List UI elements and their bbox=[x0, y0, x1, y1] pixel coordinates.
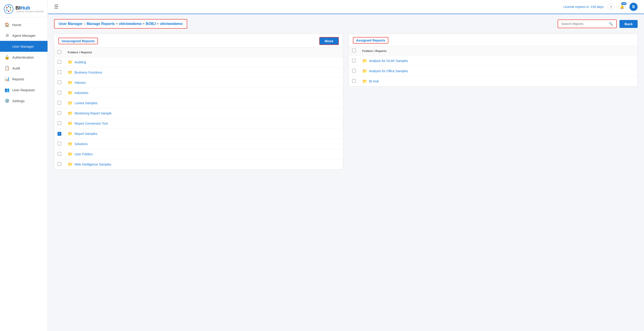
assigned-folder-icon-0: 📁 bbox=[362, 58, 367, 63]
topbar: ☰ License expires in: 216 days ? 🔔 100 B bbox=[48, 0, 644, 14]
unassigned-cb-cell-10 bbox=[54, 159, 64, 170]
license-text: License expires in: 216 days bbox=[563, 5, 604, 9]
avatar[interactable]: B bbox=[630, 3, 638, 11]
unassigned-name-cell-0: 📁 Auditing bbox=[64, 57, 343, 67]
unassigned-checkbox-10[interactable] bbox=[58, 162, 61, 166]
assigned-checkbox-0[interactable] bbox=[352, 58, 356, 62]
breadcrumb-vbiviewdemo-2: vbiviewdemo bbox=[160, 22, 182, 26]
unassigned-report-name-7[interactable]: Report Samples bbox=[74, 132, 97, 136]
assigned-report-name-1[interactable]: Analysis for Office Samples bbox=[369, 69, 408, 73]
topbar-left: ☰ bbox=[54, 4, 59, 10]
unassigned-report-name-4[interactable]: Lumira Samples bbox=[74, 101, 98, 105]
assigned-cb-cell-1 bbox=[349, 66, 359, 76]
unassigned-name-cell-1: 📁 Business Functions bbox=[64, 67, 343, 78]
unassigned-table: Folders / Reports 📁 Auditing bbox=[54, 47, 343, 169]
unassigned-report-name-8[interactable]: Solutions bbox=[74, 142, 88, 146]
unassigned-checkbox-4[interactable] bbox=[58, 101, 61, 105]
table-row: 📁 Business Functions bbox=[54, 67, 343, 78]
unassigned-report-name-10[interactable]: Web Intelligence Samples bbox=[74, 163, 111, 166]
back-button[interactable]: Back bbox=[620, 20, 638, 28]
table-row: 📁 Report Samples bbox=[54, 129, 343, 139]
unassigned-cb-cell-2 bbox=[54, 78, 64, 88]
sidebar-item-agent-manager[interactable]: 🖥 Agent Manager bbox=[0, 30, 48, 41]
unassigned-checkbox-5[interactable] bbox=[58, 111, 61, 115]
unassigned-checkbox-6[interactable] bbox=[58, 121, 61, 125]
unassigned-checkbox-9[interactable] bbox=[58, 152, 61, 156]
assigned-name-cell-2: 📁 BI Hub bbox=[359, 76, 638, 86]
assigned-col-name: Folders / Reports bbox=[359, 46, 638, 56]
unassigned-cb-cell-3 bbox=[54, 88, 64, 98]
unassigned-cb-cell-8 bbox=[54, 139, 64, 149]
table-row: 📁 Analysis for OLAP Samples bbox=[349, 56, 638, 66]
breadcrumb-sep-3: • bbox=[157, 22, 158, 26]
select-all-unassigned[interactable] bbox=[58, 50, 61, 54]
breadcrumb-vbiviewdemo-1: vbiviewdemo bbox=[119, 22, 142, 26]
unassigned-checkbox-0[interactable] bbox=[58, 60, 61, 64]
svg-line-10 bbox=[9, 10, 10, 11]
unassigned-checkbox-1[interactable] bbox=[58, 70, 61, 74]
unassigned-report-name-1[interactable]: Business Functions bbox=[74, 71, 102, 74]
unassigned-report-name-0[interactable]: Auditing bbox=[74, 60, 86, 64]
unassigned-panel-header: Unassigned Reports Move bbox=[54, 34, 343, 47]
sidebar-item-user-requests[interactable]: 👥 User Requests bbox=[0, 84, 48, 95]
assigned-report-name-2[interactable]: BI Hub bbox=[369, 79, 379, 83]
help-button[interactable]: ? bbox=[608, 3, 614, 10]
assigned-header-row: Folders / Reports bbox=[349, 46, 638, 56]
unassigned-cb-cell-5 bbox=[54, 108, 64, 118]
assigned-checkbox-1[interactable] bbox=[352, 69, 356, 73]
unassigned-report-name-3[interactable]: Industries bbox=[74, 91, 88, 95]
table-row: 📁 Inboxes bbox=[54, 78, 343, 88]
unassigned-name-cell-10: 📁 Web Intelligence Samples bbox=[64, 159, 343, 170]
home-icon: 🏠 bbox=[4, 22, 10, 27]
unassigned-name-cell-8: 📁 Solutions bbox=[64, 139, 343, 149]
agent-manager-icon: 🖥 bbox=[4, 33, 10, 38]
unassigned-report-name-5[interactable]: Monitoring Report Sample bbox=[74, 111, 112, 115]
unassigned-report-name-9[interactable]: User Folders bbox=[74, 152, 93, 156]
question-icon: ? bbox=[610, 5, 612, 9]
sidebar-item-reports[interactable]: 📊 Reports bbox=[0, 73, 48, 84]
bell-icon: 🔔 bbox=[620, 5, 624, 9]
folder-icon-6: 📁 bbox=[68, 121, 73, 126]
avatar-letter: B bbox=[632, 5, 635, 9]
audit-icon: 📋 bbox=[4, 66, 10, 71]
sidebar-item-user-requests-label: User Requests bbox=[12, 88, 35, 92]
breadcrumb-bobj: BOBJ bbox=[146, 22, 156, 26]
hamburger-icon[interactable]: ☰ bbox=[54, 4, 59, 10]
sidebar-item-settings[interactable]: ⚙️ Settings bbox=[0, 95, 48, 106]
unassigned-checkbox-3[interactable] bbox=[58, 91, 61, 94]
assigned-checkbox-2[interactable] bbox=[352, 79, 356, 83]
sidebar-item-home[interactable]: 🏠 Home bbox=[0, 19, 48, 30]
unassigned-report-name-2[interactable]: Inboxes bbox=[74, 81, 86, 84]
select-all-assigned[interactable] bbox=[352, 48, 356, 52]
assigned-report-name-0[interactable]: Analysis for OLAP Samples bbox=[369, 59, 408, 63]
unassigned-checkbox-7[interactable] bbox=[58, 132, 61, 136]
unassigned-cb-cell-0 bbox=[54, 57, 64, 67]
move-button[interactable]: Move bbox=[319, 37, 339, 45]
unassigned-checkbox-2[interactable] bbox=[58, 80, 61, 84]
bell-button[interactable]: 🔔 100 bbox=[618, 3, 625, 10]
search-input[interactable] bbox=[561, 22, 607, 26]
bell-badge: 100 bbox=[621, 2, 626, 5]
folder-icon-3: 📁 bbox=[68, 90, 73, 95]
logo-bi: BIHub bbox=[16, 5, 44, 11]
folder-icon-9: 📁 bbox=[68, 152, 73, 157]
search-icon: 🔍 bbox=[609, 22, 613, 26]
sidebar-item-audit[interactable]: 📋 Audit bbox=[0, 63, 48, 73]
user-requests-icon: 👥 bbox=[4, 87, 10, 92]
folder-icon-4: 📁 bbox=[68, 101, 73, 106]
table-row: 📁 Solutions bbox=[54, 139, 343, 149]
topbar-right: License expires in: 216 days ? 🔔 100 B bbox=[563, 3, 638, 11]
unassigned-cb-cell-1 bbox=[54, 67, 64, 78]
unassigned-name-cell-6: 📁 Report Conversion Tool bbox=[64, 118, 343, 129]
folder-icon-8: 📁 bbox=[68, 141, 73, 146]
breadcrumb-sep-2: • bbox=[143, 22, 144, 26]
unassigned-checkbox-8[interactable] bbox=[58, 142, 61, 146]
sidebar-item-user-manager[interactable]: 👤 User Manager bbox=[0, 41, 48, 52]
sidebar-item-authentication[interactable]: 🔒 Authentication bbox=[0, 52, 48, 63]
breadcrumb-arrow: › bbox=[84, 22, 85, 26]
unassigned-report-name-6[interactable]: Report Conversion Tool bbox=[74, 122, 108, 125]
assigned-table: Folders / Reports 📁 Analysis for OLAP Sa… bbox=[349, 46, 638, 86]
sidebar: BIHub YOUR BI SEARCH ENGINE 🏠 Home 🖥 Age… bbox=[0, 0, 48, 331]
authentication-icon: 🔒 bbox=[4, 55, 10, 60]
unassigned-tbody: 📁 Auditing 📁 Business Functions 📁 bbox=[54, 57, 343, 170]
